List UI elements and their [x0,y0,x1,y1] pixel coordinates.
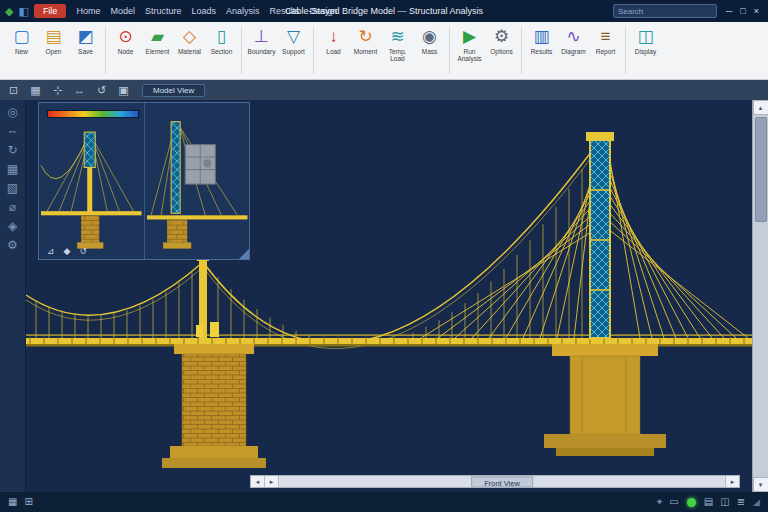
scroll-up-button[interactable]: ▴ [753,100,768,115]
menu-results[interactable]: Results [264,6,304,16]
boundary-button[interactable]: ⊥Boundary [246,25,277,76]
load-button[interactable]: ↓Load [318,25,349,76]
grid-icon[interactable]: ▦ [28,84,43,97]
display-icon: ◫ [637,27,653,47]
ribbon-separator [313,27,314,74]
panel-resize-handle[interactable] [239,249,249,259]
menu-design[interactable]: Design [305,6,343,16]
view-mode-icon[interactable]: ▤ [704,497,713,507]
menu-home[interactable]: Home [71,6,105,16]
minimize-button[interactable]: ─ [722,6,736,16]
section-button[interactable]: ▯Section [206,25,237,76]
measure-icon[interactable]: ⌀ [9,201,16,213]
ribbon-group-view: ◫Display [630,25,661,76]
vertical-scrollbar[interactable]: ▴ ▾ [752,100,768,492]
menu-model[interactable]: Model [105,6,140,16]
boundary-icon: ⊥ [254,27,269,47]
snap-toggle-icon[interactable]: ⊞ [24,497,32,507]
maximize-button[interactable]: □ [736,6,749,16]
rotate-icon[interactable]: ↺ [94,84,109,97]
status-icons-b: ▤◫≣ [704,497,745,507]
zoom-icon[interactable]: ◎ [7,106,17,118]
ribbon-separator [625,27,626,74]
pan-icon[interactable]: ↔ [72,84,87,97]
ribbon-icon-label: Load [326,48,340,55]
element-icon: ▰ [151,27,164,47]
main-cable-span-2 [203,146,600,349]
axis-triad-icon[interactable]: ⊿ [47,247,55,256]
snap-icon[interactable]: ⊹ [50,84,65,97]
run-analysis-icon: ▶ [463,27,476,47]
element-button[interactable]: ▰Element [142,25,173,76]
ribbon-separator [449,27,450,74]
quick-save-icon[interactable]: ◧ [18,6,28,17]
hscroll-view-label[interactable]: Front View [471,476,533,487]
rotate-icon[interactable]: ↻ [7,144,17,156]
support-button[interactable]: ▽Support [278,25,309,76]
grid-icon[interactable]: ▦ [7,163,18,175]
temp-load-button[interactable]: ≋Temp. Load [382,25,413,76]
main-cable-left [26,262,203,315]
node-button[interactable]: ⊙Node [110,25,141,76]
pan-icon[interactable]: ⇔ [7,125,19,137]
list-view-icon[interactable]: ≣ [737,497,745,507]
layers-icon[interactable]: ▧ [7,182,18,194]
diagram-button[interactable]: ∿Diagram [558,25,589,76]
options-icon: ⚙ [494,27,509,47]
temp-load-icon: ≋ [390,27,404,47]
preview-1-drawing [39,103,144,259]
menu-loads[interactable]: Loads [186,6,221,16]
preview-view-2[interactable] [145,103,250,259]
save-button[interactable]: ◩Save [70,25,101,76]
report-button[interactable]: ≡Report [590,25,621,76]
options-button[interactable]: ⚙Options [486,25,517,76]
ribbon-icon-label: Section [211,48,233,55]
open-icon: ▤ [45,27,61,47]
scroll-left-button[interactable]: ◂ [251,476,265,487]
right-pier-footing [556,448,654,456]
scroll-right-button[interactable]: ▸ [725,476,739,487]
detail-preview-panel[interactable]: ⊿◆↺ [38,102,250,260]
left-pier-column [182,354,246,446]
coords-icon[interactable]: ⌖ [657,497,663,507]
results-button[interactable]: ▥Results [526,25,557,76]
settings-icon[interactable]: ⚙ [7,239,18,251]
stay-cable-right [608,229,748,338]
left-pier-cap [174,344,254,354]
moment-button[interactable]: ↻Moment [350,25,381,76]
nodes-icon[interactable]: ◈ [8,220,17,232]
horizontal-scrollbar[interactable]: ◂ ▸ Front View ▸ [250,475,740,488]
open-button[interactable]: ▤Open [38,25,69,76]
vscroll-thumb[interactable] [755,117,767,222]
mass-button[interactable]: ◉Mass [414,25,445,76]
compass-icon[interactable]: ◆ [64,247,71,256]
display-button[interactable]: ◫Display [630,25,661,76]
menu-bar: HomeModelStructureLoadsAnalysisResultsDe… [71,6,342,16]
scroll-right-button-2[interactable]: ▸ [265,476,279,487]
search-input[interactable] [613,4,717,18]
preview-view-1[interactable] [39,103,145,259]
orbit-icon[interactable]: ↺ [79,247,87,256]
model-viewport[interactable]: ⊿◆↺ ◂ ▸ Front View ▸ [26,100,752,492]
units-icon[interactable]: ▭ [669,497,678,507]
run-analysis-button[interactable]: ▶Run Analysis [454,25,485,76]
split-view-icon[interactable]: ◫ [720,497,729,507]
scroll-down-button[interactable]: ▾ [753,477,768,492]
material-button[interactable]: ◇Material [174,25,205,76]
ribbon-separator [521,27,522,74]
left-pier-footing [162,458,266,468]
fit-view-icon[interactable]: ⊡ [6,84,21,97]
resize-grip[interactable]: ◢ [753,497,760,507]
preview-2-drawing [145,103,250,259]
view-tab[interactable]: Model View [142,84,205,97]
stay-cable-left [421,229,596,338]
hscroll-track[interactable]: Front View [279,476,725,487]
menu-analysis[interactable]: Analysis [221,6,265,16]
close-button[interactable]: × [750,6,763,16]
file-menu-button[interactable]: File [34,4,67,18]
grid-toggle-icon[interactable]: ▦ [8,497,17,507]
menu-structure[interactable]: Structure [140,6,187,16]
new-button[interactable]: ▢New [6,25,37,76]
render-icon[interactable]: ▣ [116,84,131,97]
right-pier-column [570,356,640,434]
